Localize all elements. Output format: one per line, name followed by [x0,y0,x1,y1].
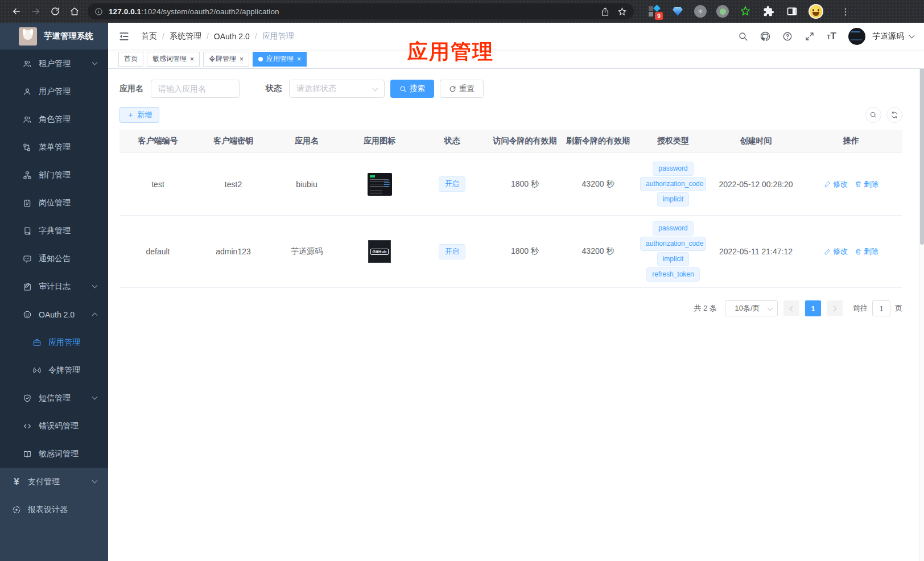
sidebar-item-department[interactable]: 部门管理 [0,161,108,189]
next-page-button[interactable] [827,300,843,316]
sidebar-item-user[interactable]: 用户管理 [0,77,108,105]
chevron-down-icon [92,283,98,288]
page-number-1[interactable]: 1 [805,300,821,316]
total-count: 共 2 条 [694,303,717,314]
menu-tree-icon [23,143,32,152]
table-toolbar: ＋ 新增 [119,107,902,123]
tags-view-bar: 首页 敏感词管理× 令牌管理× 应用管理× [108,50,924,69]
edit-button[interactable]: 修改 [824,246,848,257]
profile-avatar[interactable] [808,4,823,19]
sidebar-item-error-code[interactable]: 错误码管理 [0,412,108,440]
prev-page-button[interactable] [783,300,799,316]
delete-button[interactable]: 删除 [855,179,878,189]
sidebar-item-token[interactable]: 令牌管理 [0,356,108,384]
close-icon[interactable]: × [190,56,194,63]
grant-type-tag: password [653,221,693,236]
goto-label: 前往 [853,303,868,314]
tab-manager-extension-icon[interactable]: 9 [647,5,661,18]
dot-extension-icon[interactable] [716,5,729,18]
refresh-button[interactable] [886,107,902,123]
reload-button[interactable] [46,3,65,20]
tab-token[interactable]: 令牌管理× [203,52,249,67]
sidebar: 芋道管理系统 租户管理 用户管理 角色管理 菜单管理 部门管理 [0,23,108,561]
help-icon[interactable] [782,31,793,42]
sidebar-item-tenant[interactable]: 租户管理 [0,50,108,77]
chevron-up-icon [92,313,98,319]
sidebar-item-menu[interactable]: 菜单管理 [0,133,108,161]
address-bar[interactable]: 127.0.0.1:1024/system/oauth2/oauth2/appl… [88,3,634,19]
extensions-puzzle-icon[interactable] [762,5,776,18]
sidebar-item-role[interactable]: 角色管理 [0,105,108,133]
toggle-search-button[interactable] [865,107,881,123]
status-label: 状态 [266,84,282,94]
breadcrumb-oauth2[interactable]: OAuth 2.0 [214,32,250,41]
add-button[interactable]: ＋ 新增 [119,107,159,123]
bookmark-star-icon[interactable] [613,4,630,19]
user-menu-caret-icon[interactable] [909,32,915,38]
app-title: 芋道管理系统 [44,31,93,42]
asterisk-extension-icon[interactable] [694,5,707,18]
goto-suffix: 页 [895,303,902,314]
goto-page-input[interactable] [872,300,890,316]
browser-toolbar: 127.0.0.1:1024/system/oauth2/oauth2/appl… [0,0,924,23]
gem-extension-icon[interactable] [671,5,684,18]
tab-sensitive-word[interactable]: 敏感词管理× [147,52,200,67]
department-icon [23,171,32,180]
reset-button[interactable]: 重置 [440,80,484,98]
site-info-icon[interactable] [94,7,103,16]
sidebar-item-dictionary[interactable]: 字典管理 [0,217,108,245]
side-panel-icon[interactable] [785,5,799,18]
page-content: 应用名 状态 请选择状态 搜索 重置 [108,69,924,561]
chevron-down-icon [92,478,98,484]
delete-button[interactable]: 删除 [855,246,878,257]
dictionary-book-icon [23,226,32,236]
token-signal-icon [32,366,42,375]
fullscreen-icon[interactable] [805,31,815,42]
sidebar-item-audit-log[interactable]: 审计日志 [0,273,108,300]
font-size-icon[interactable]: TT [827,31,836,42]
edit-button[interactable]: 修改 [824,179,848,189]
sidebar-item-report-designer[interactable]: 报表设计器 [0,496,108,523]
oauth-robot-icon [23,310,32,319]
table-header-row: 客户端编号 客户端密钥 应用名 应用图标 状态 访问令牌的有效期 刷新令牌的有效… [119,130,902,153]
tab-home[interactable]: 首页 [118,52,143,67]
tab-application[interactable]: 应用管理× [253,52,307,67]
header-search-icon[interactable] [738,31,748,42]
sidebar-item-sms[interactable]: 短信管理 [0,384,108,412]
sidebar-item-oauth2[interactable]: OAuth 2.0 [0,300,108,328]
share-icon[interactable] [596,4,613,19]
page-size-select[interactable]: 10条/页 [725,300,778,316]
sidebar-item-application[interactable]: 应用管理 [0,328,108,356]
github-icon[interactable] [760,31,770,42]
home-button[interactable] [65,3,84,20]
browser-menu-icon[interactable]: ⋮ [841,6,850,17]
breadcrumb-current: 应用管理 [262,31,294,42]
tenant-users-icon [23,59,32,68]
app-logo-row[interactable]: 芋道管理系统 [0,23,108,50]
app-name-label: 应用名 [119,84,143,94]
report-designer-icon [12,505,21,514]
top-navbar: 首页 / 系统管理 / OAuth 2.0 / 应用管理 TT 芋道源码 [108,23,924,50]
sidebar-collapse-icon[interactable] [118,30,131,43]
back-button[interactable] [7,3,26,20]
search-button[interactable]: 搜索 [390,80,434,98]
extensions-row: 9 ⋮ [647,4,850,19]
close-icon[interactable]: × [240,56,244,63]
status-select[interactable]: 请选择状态 [289,80,385,98]
sidebar-item-sensitive-word[interactable]: 敏感词管理 [0,440,108,468]
page-scrollbar[interactable] [919,23,924,561]
role-users-icon [23,115,32,124]
sidebar-item-notice[interactable]: 通知公告 [0,245,108,273]
post-badge-icon [23,199,32,208]
app-name-input[interactable] [151,80,240,98]
breadcrumb-home[interactable]: 首页 [141,31,157,42]
forward-button[interactable] [26,3,46,20]
user-avatar[interactable] [848,28,865,45]
sms-shield-icon [23,394,32,403]
breadcrumb-system[interactable]: 系统管理 [170,31,201,42]
sidebar-item-post[interactable]: 岗位管理 [0,189,108,217]
sidebar-item-payment[interactable]: ¥ 支付管理 [0,468,108,496]
close-icon[interactable]: × [297,56,301,63]
star-extension-icon[interactable] [739,5,752,18]
url-path: :1024/system/oauth2/oauth2/application [141,7,279,16]
